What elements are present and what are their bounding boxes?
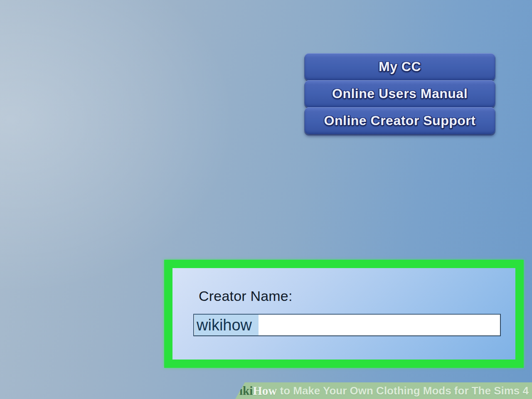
- creator-name-input[interactable]: wikihow: [193, 314, 501, 336]
- wikihow-watermark-banner: wikiHow to Make Your Own Clothing Mods f…: [235, 382, 532, 399]
- watermark-title: to Make Your Own Clothing Mods for The S…: [277, 384, 529, 397]
- wikihow-brand-how: How: [253, 384, 277, 398]
- menu-button-stack: My CC Online Users Manual Online Creator…: [305, 53, 495, 134]
- app-screen: My CC Online Users Manual Online Creator…: [0, 0, 532, 399]
- online-creator-support-button[interactable]: Online Creator Support: [305, 107, 495, 134]
- highlight-annotation-box: Creator Name: wikihow: [164, 260, 524, 368]
- online-users-manual-button[interactable]: Online Users Manual: [305, 80, 495, 107]
- my-cc-button[interactable]: My CC: [305, 53, 495, 80]
- wikihow-brand-wiki: wiki: [231, 384, 253, 398]
- creator-name-panel: Creator Name: wikihow: [172, 268, 515, 360]
- creator-name-label: Creator Name:: [199, 288, 293, 304]
- creator-name-input-value: wikihow: [195, 315, 259, 335]
